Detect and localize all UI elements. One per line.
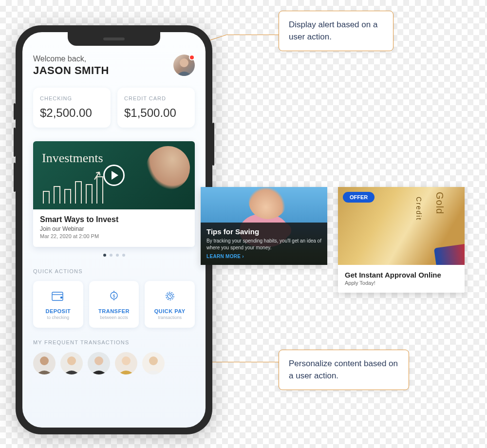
balance-label: CHECKING: [40, 95, 104, 101]
quick-action-subtitle: to checking: [37, 315, 79, 320]
carousel-dot[interactable]: [103, 254, 106, 257]
quick-action-title: TRANSFER: [93, 308, 135, 314]
promo-card-investments[interactable]: Investments ↗ Smart Ways to Invest Join …: [33, 141, 195, 247]
callout-alert: Display alert based on a user action.: [279, 11, 393, 51]
svg-point-8: [67, 356, 76, 365]
svg-point-10: [122, 356, 131, 365]
welcome-block: Welcome back, JASON SMITH: [33, 55, 109, 77]
phone-frame: Welcome back, JASON SMITH CHECKING $2,50…: [16, 25, 212, 434]
user-name: JASON SMITH: [33, 64, 109, 77]
contact-avatar[interactable]: [142, 352, 165, 374]
promo-date: Mar 22, 2020 at 2:00 PM: [40, 233, 188, 239]
notification-dot-icon[interactable]: [189, 55, 195, 60]
balance-card-checking[interactable]: CHECKING $2,500.00: [33, 88, 111, 128]
svg-rect-1: [52, 292, 63, 300]
learn-more-link[interactable]: LEARN MORE: [206, 254, 321, 259]
quick-action-deposit[interactable]: DEPOSIT to checking: [33, 281, 83, 328]
contact-avatar[interactable]: [60, 352, 83, 374]
promo-card-offer[interactable]: OFFER Credit Gold VISA Get Instant Appro…: [338, 187, 465, 293]
contact-avatar[interactable]: [88, 352, 110, 374]
promo-image-text: Investments: [42, 151, 103, 166]
svg-point-7: [40, 356, 49, 365]
wallet-icon: [37, 289, 79, 303]
avatar[interactable]: [173, 55, 195, 76]
carousel-dot[interactable]: [122, 254, 125, 257]
callout-leader: [227, 35, 279, 35]
svg-point-2: [61, 297, 62, 299]
svg-point-9: [94, 356, 103, 365]
quick-action-subtitle: transactions: [149, 315, 191, 320]
offer-badge: OFFER: [343, 192, 375, 203]
balance-amount: $1,500.00: [124, 106, 188, 120]
quick-action-title: DEPOSIT: [37, 308, 79, 314]
section-title-frequent: MY FREQUENT TRANSACTIONS: [33, 339, 195, 345]
promo-image: Tips for Saving By tracking your spendin…: [201, 187, 327, 265]
carousel-dots[interactable]: [33, 254, 195, 257]
play-icon[interactable]: [103, 165, 125, 186]
bar-chart-icon: [43, 176, 103, 204]
contact-avatar[interactable]: [115, 352, 137, 374]
frequent-contacts: [33, 352, 195, 374]
promo-title: Smart Ways to Invest: [40, 215, 188, 224]
section-title-quick-actions: QUICK ACTIONS: [33, 268, 195, 274]
carousel-dot[interactable]: [116, 254, 119, 257]
callout-personalize: Personalize content based on a user acti…: [279, 350, 409, 390]
clock-icon: [149, 289, 191, 303]
contact-avatar[interactable]: [33, 352, 56, 374]
phone-screen: Welcome back, JASON SMITH CHECKING $2,50…: [22, 32, 206, 428]
card-text: Gold: [434, 192, 445, 214]
visa-logo: VISA: [440, 252, 463, 262]
promo-title: Tips for Saving: [206, 227, 321, 236]
svg-point-0: [180, 58, 188, 67]
quick-action-subtitle: between accts: [93, 315, 135, 320]
quick-action-quickpay[interactable]: QUICK PAY transactions: [145, 281, 195, 328]
svg-point-11: [149, 356, 158, 365]
hand-icon: [146, 146, 190, 190]
promo-description: By tracking your spending habits, you'll…: [206, 238, 321, 251]
balance-amount: $2,500.00: [40, 106, 104, 120]
quick-action-transfer[interactable]: $ TRANSFER between accts: [89, 281, 139, 328]
carousel-dot[interactable]: [110, 254, 112, 257]
quick-action-title: QUICK PAY: [149, 308, 191, 314]
promo-title: Get Instant Approval Online: [338, 265, 465, 280]
welcome-text: Welcome back,: [33, 55, 109, 63]
promo-subtitle: Join our Webinar: [40, 225, 188, 232]
promo-image: Investments ↗: [33, 141, 195, 209]
card-text: Credit: [415, 197, 423, 221]
transfer-icon: $: [93, 289, 135, 303]
hand-icon: [249, 185, 287, 219]
promo-card-savings[interactable]: Tips for Saving By tracking your spendin…: [201, 187, 327, 265]
svg-text:$: $: [112, 294, 115, 299]
balance-card-credit[interactable]: CREDIT CARD $1,500.00: [117, 88, 195, 128]
promo-subtitle: Apply Today!: [338, 280, 465, 286]
balance-label: CREDIT CARD: [124, 95, 188, 101]
promo-image: OFFER Credit Gold VISA: [338, 187, 465, 265]
phone-notch: [68, 32, 160, 46]
